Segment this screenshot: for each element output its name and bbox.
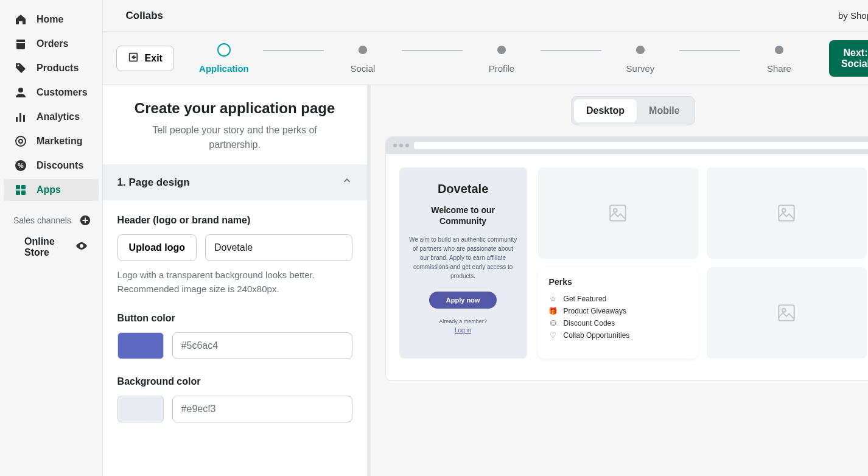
button-color-input[interactable]: [172, 332, 352, 359]
person-icon: [15, 86, 27, 99]
button-color-label: Button color: [117, 313, 352, 324]
tag-icon: ⛁: [549, 319, 558, 327]
main: Collabs by Shopify Exit Application: [102, 0, 868, 476]
nav-products[interactable]: Products: [4, 57, 99, 79]
orders-icon: [15, 38, 27, 50]
image-placeholder: [707, 167, 867, 259]
app-title: Collabs: [126, 10, 163, 22]
brand-name-input[interactable]: [205, 234, 352, 261]
traffic-lights-icon: [393, 144, 409, 147]
eye-icon[interactable]: [75, 240, 88, 254]
apply-button[interactable]: Apply now: [429, 292, 497, 309]
svg-point-5: [19, 139, 23, 143]
bg-color-label: Background color: [117, 376, 352, 387]
preview-frame: Dovetale Welcome to our Community We aim…: [385, 136, 868, 381]
add-channel-icon[interactable]: [79, 214, 91, 226]
sales-channels-header: Sales channels: [0, 203, 102, 231]
perk-item: ☆Get Featured: [549, 293, 687, 305]
svg-rect-10: [16, 191, 20, 195]
svg-point-18: [614, 209, 617, 212]
nav-analytics[interactable]: Analytics: [4, 106, 99, 128]
heart-icon: ♡: [549, 331, 558, 340]
svg-rect-8: [16, 185, 20, 189]
step-share[interactable]: Share: [740, 43, 818, 74]
login-link[interactable]: Log in: [455, 327, 471, 334]
svg-rect-17: [610, 205, 626, 221]
toggle-desktop[interactable]: Desktop: [574, 99, 637, 122]
wizard-bar: Exit Application Social: [103, 32, 868, 85]
svg-rect-3: [23, 115, 25, 122]
nav-label: Customers: [37, 87, 88, 98]
nav-orders[interactable]: Orders: [4, 33, 99, 55]
sidebar: Home Orders Products Customers Analytics…: [0, 0, 102, 476]
upload-logo-button[interactable]: Upload logo: [117, 234, 197, 261]
svg-rect-1: [16, 117, 18, 122]
section-page-design[interactable]: 1. Page design: [103, 164, 367, 200]
bg-color-input[interactable]: [172, 396, 352, 422]
step-indicator: Application Social Profile: [185, 43, 818, 74]
svg-rect-11: [21, 191, 26, 195]
image-placeholder: [538, 167, 698, 259]
by-shopify: by Shopify: [838, 10, 868, 21]
nav-marketing[interactable]: Marketing: [4, 130, 99, 152]
svg-rect-2: [19, 113, 21, 122]
hero-body: We aim to build an authentic community o…: [409, 235, 517, 281]
exit-button[interactable]: Exit: [116, 46, 174, 71]
svg-point-22: [782, 309, 786, 312]
nav-customers[interactable]: Customers: [4, 82, 99, 103]
discount-icon: %: [15, 159, 27, 172]
nav-label: Products: [37, 63, 79, 74]
apps-icon: [15, 184, 27, 196]
device-toggle: Desktop Mobile: [571, 96, 695, 125]
tag-icon: [15, 62, 27, 74]
step-survey[interactable]: Survey: [601, 43, 679, 74]
nav-apps[interactable]: Apps: [4, 179, 99, 201]
hero-card: Dovetale Welcome to our Community We aim…: [399, 167, 527, 359]
perks-title: Perks: [549, 277, 687, 287]
toggle-mobile[interactable]: Mobile: [637, 99, 692, 122]
image-placeholder: [707, 267, 867, 359]
step-profile[interactable]: Profile: [463, 43, 541, 74]
home-icon: [15, 13, 27, 26]
svg-rect-19: [779, 205, 795, 221]
nav-home[interactable]: Home: [4, 9, 99, 30]
nav-label: Discounts: [37, 160, 83, 171]
perk-item: ⛁Discount Codes: [549, 317, 687, 329]
logo-help-text: Logo with a transparent background looks…: [117, 268, 352, 296]
url-bar: [414, 142, 868, 149]
nav-label: Orders: [37, 38, 68, 49]
nav-label: Analytics: [37, 111, 80, 122]
preview-pane: Desktop Mobile Dovetale Welcome to our C…: [371, 85, 868, 476]
target-icon: [15, 135, 27, 147]
chevron-up-icon: [341, 175, 352, 189]
member-question: Already a member?: [439, 318, 487, 324]
step-social[interactable]: Social: [324, 43, 402, 74]
step-application[interactable]: Application: [185, 43, 263, 74]
svg-point-4: [16, 136, 26, 146]
gift-icon: 🎁: [549, 307, 558, 315]
editor-subtitle: Tell people your story and the perks of …: [127, 123, 343, 152]
perk-item: 🎁Product Giveaways: [549, 305, 687, 317]
hero-title: Dovetale: [438, 182, 488, 196]
star-icon: ☆: [549, 295, 558, 303]
svg-point-20: [782, 209, 786, 212]
channel-online-store[interactable]: Online Store: [4, 231, 99, 263]
bg-color-swatch[interactable]: [117, 396, 164, 422]
svg-point-0: [18, 88, 23, 93]
svg-rect-21: [779, 305, 795, 321]
perks-card: Perks ☆Get Featured 🎁Product Giveaways ⛁…: [538, 267, 698, 359]
next-button[interactable]: Next: Social: [829, 40, 868, 77]
nav-discounts[interactable]: % Discounts: [4, 155, 99, 177]
svg-rect-9: [21, 185, 26, 189]
svg-text:%: %: [18, 162, 24, 169]
hero-subtitle: Welcome to our Community: [409, 205, 517, 226]
perk-item: ♡Collab Opportunities: [549, 329, 687, 341]
editor-title: Create your application page: [127, 100, 343, 117]
header-label: Header (logo or brand name): [117, 215, 352, 226]
nav-label: Home: [37, 14, 63, 25]
analytics-icon: [15, 111, 27, 123]
button-color-swatch[interactable]: [117, 332, 164, 359]
nav-label: Apps: [37, 184, 61, 195]
nav-label: Marketing: [37, 136, 83, 147]
topbar: Collabs by Shopify: [103, 0, 868, 32]
